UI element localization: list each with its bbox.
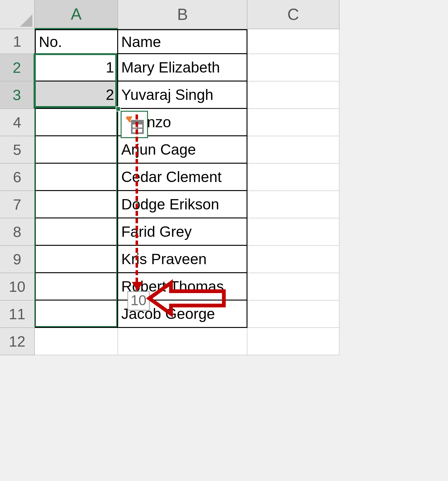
cell-C12[interactable] (247, 328, 339, 355)
row-header-7[interactable]: 7 (0, 191, 35, 218)
cell-grid: No.Name1Mary Elizabeth2Yuvaraj SinghAlfo… (35, 29, 339, 355)
cell-B1[interactable]: Name (118, 29, 247, 54)
row-header-1[interactable]: 1 (0, 29, 35, 54)
quick-analysis-icon[interactable] (121, 111, 148, 138)
cell-A10[interactable] (35, 273, 118, 301)
cell-B8[interactable]: Farid Grey (118, 218, 247, 246)
cell-B6[interactable]: Cedar Clement (118, 164, 247, 191)
spreadsheet-viewport: ABC 123456789101112 No.Name1Mary Elizabe… (0, 0, 448, 481)
cell-B7[interactable]: Dodge Erikson (118, 191, 247, 218)
select-all-triangle-icon (20, 14, 32, 27)
svg-marker-0 (20, 14, 32, 27)
row-header-2[interactable]: 2 (0, 54, 35, 82)
row-header-11[interactable]: 11 (0, 301, 35, 328)
cell-A12[interactable] (35, 328, 118, 355)
cell-A2[interactable]: 1 (35, 54, 118, 82)
cell-B12[interactable] (118, 328, 247, 355)
row-header-6[interactable]: 6 (0, 164, 35, 191)
cell-B3[interactable]: Yuvaraj Singh (118, 82, 247, 109)
row-header-8[interactable]: 8 (0, 218, 35, 246)
cell-C4[interactable] (247, 109, 339, 136)
row-header-9[interactable]: 9 (0, 246, 35, 273)
cell-A3[interactable]: 2 (35, 82, 118, 109)
fill-drag-tooltip: 10 (127, 291, 150, 311)
column-header-B[interactable]: B (118, 0, 247, 29)
cell-B2[interactable]: Mary Elizabeth (118, 54, 247, 82)
cell-C6[interactable] (247, 164, 339, 191)
cell-C8[interactable] (247, 218, 339, 246)
cell-B9[interactable]: Kris Praveen (118, 246, 247, 273)
cell-A8[interactable] (35, 218, 118, 246)
column-headers: ABC (35, 0, 339, 29)
quick-analysis-glyph-icon (124, 114, 144, 134)
row-header-5[interactable]: 5 (0, 136, 35, 164)
row-header-12[interactable]: 12 (0, 328, 35, 355)
cell-A5[interactable] (35, 136, 118, 164)
cell-C5[interactable] (247, 136, 339, 164)
row-headers: 123456789101112 (0, 29, 35, 355)
row-header-3[interactable]: 3 (0, 82, 35, 109)
cell-A4[interactable] (35, 109, 118, 136)
cell-A9[interactable] (35, 246, 118, 273)
column-header-C[interactable]: C (247, 0, 339, 29)
cell-C9[interactable] (247, 246, 339, 273)
cell-C7[interactable] (247, 191, 339, 218)
row-header-4[interactable]: 4 (0, 109, 35, 136)
fill-handle[interactable] (116, 106, 121, 111)
select-all-corner[interactable] (0, 0, 35, 29)
cell-C1[interactable] (247, 29, 339, 54)
column-header-A[interactable]: A (35, 0, 118, 29)
row-header-10[interactable]: 10 (0, 273, 35, 301)
cell-A6[interactable] (35, 164, 118, 191)
cell-A1[interactable]: No. (35, 29, 118, 54)
cell-C10[interactable] (247, 273, 339, 301)
cell-C2[interactable] (247, 54, 339, 82)
svg-rect-4 (132, 121, 143, 124)
cell-A7[interactable] (35, 191, 118, 218)
cell-B5[interactable]: Arjun Cage (118, 136, 247, 164)
cell-A11[interactable] (35, 301, 118, 328)
cell-C11[interactable] (247, 301, 339, 328)
cell-C3[interactable] (247, 82, 339, 109)
